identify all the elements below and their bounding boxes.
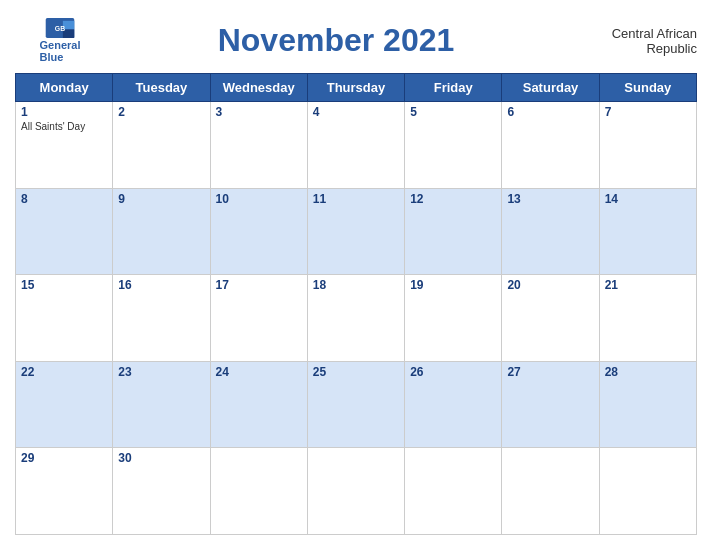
calendar-cell: 30: [113, 448, 210, 535]
calendar-cell: 19: [405, 275, 502, 362]
day-number: 4: [313, 105, 399, 119]
calendar-cell: 9: [113, 188, 210, 275]
calendar-cell: 1All Saints' Day: [16, 102, 113, 189]
country-label: Central African Republic: [567, 26, 697, 56]
calendar-cell: 26: [405, 361, 502, 448]
calendar-cell: [502, 448, 599, 535]
day-header-sunday: Sunday: [599, 74, 696, 102]
calendar-cell: 27: [502, 361, 599, 448]
day-number: 17: [216, 278, 302, 292]
day-number: 11: [313, 192, 399, 206]
calendar-cell: 23: [113, 361, 210, 448]
day-number: 28: [605, 365, 691, 379]
week-row-3: 15161718192021: [16, 275, 697, 362]
day-number: 30: [118, 451, 204, 465]
calendar-cell: 17: [210, 275, 307, 362]
day-number: 3: [216, 105, 302, 119]
logo-text: GeneralBlue: [40, 39, 81, 63]
calendar-cell: [210, 448, 307, 535]
day-number: 29: [21, 451, 107, 465]
day-header-saturday: Saturday: [502, 74, 599, 102]
calendar-cell: 8: [16, 188, 113, 275]
calendar-cell: 16: [113, 275, 210, 362]
day-number: 22: [21, 365, 107, 379]
week-row-5: 2930: [16, 448, 697, 535]
calendar-cell: 15: [16, 275, 113, 362]
calendar-cell: 24: [210, 361, 307, 448]
logo-icon: GB: [45, 18, 75, 38]
week-row-2: 891011121314: [16, 188, 697, 275]
day-header-wednesday: Wednesday: [210, 74, 307, 102]
calendar-cell: 3: [210, 102, 307, 189]
day-number: 25: [313, 365, 399, 379]
calendar-cell: 11: [307, 188, 404, 275]
week-row-4: 22232425262728: [16, 361, 697, 448]
day-number: 19: [410, 278, 496, 292]
calendar-cell: 10: [210, 188, 307, 275]
day-number: 7: [605, 105, 691, 119]
week-row-1: 1All Saints' Day234567: [16, 102, 697, 189]
logo: GB GeneralBlue: [15, 18, 105, 63]
calendar-table: MondayTuesdayWednesdayThursdayFridaySatu…: [15, 73, 697, 535]
calendar-cell: 4: [307, 102, 404, 189]
calendar-cell: 28: [599, 361, 696, 448]
day-header-tuesday: Tuesday: [113, 74, 210, 102]
day-number: 24: [216, 365, 302, 379]
day-header-friday: Friday: [405, 74, 502, 102]
day-number: 9: [118, 192, 204, 206]
calendar-cell: 6: [502, 102, 599, 189]
calendar-cell: 5: [405, 102, 502, 189]
day-number: 16: [118, 278, 204, 292]
calendar-header: GB GeneralBlue November 2021 Central Afr…: [15, 10, 697, 73]
day-number: 2: [118, 105, 204, 119]
calendar-cell: [307, 448, 404, 535]
day-number: 15: [21, 278, 107, 292]
day-number: 5: [410, 105, 496, 119]
calendar-cell: 12: [405, 188, 502, 275]
calendar-cell: 18: [307, 275, 404, 362]
svg-text:GB: GB: [55, 25, 65, 32]
calendar-cell: 29: [16, 448, 113, 535]
day-number: 14: [605, 192, 691, 206]
day-number: 18: [313, 278, 399, 292]
day-header-monday: Monday: [16, 74, 113, 102]
calendar-cell: 25: [307, 361, 404, 448]
month-title: November 2021: [105, 22, 567, 59]
day-number: 10: [216, 192, 302, 206]
holiday-label: All Saints' Day: [21, 121, 107, 132]
day-number: 6: [507, 105, 593, 119]
day-number: 13: [507, 192, 593, 206]
calendar-body: 1All Saints' Day234567891011121314151617…: [16, 102, 697, 535]
calendar-cell: 22: [16, 361, 113, 448]
calendar-cell: 7: [599, 102, 696, 189]
calendar-cell: 14: [599, 188, 696, 275]
calendar-cell: 2: [113, 102, 210, 189]
day-number: 12: [410, 192, 496, 206]
day-number: 8: [21, 192, 107, 206]
days-header-row: MondayTuesdayWednesdayThursdayFridaySatu…: [16, 74, 697, 102]
day-number: 1: [21, 105, 107, 119]
calendar-cell: 21: [599, 275, 696, 362]
day-header-thursday: Thursday: [307, 74, 404, 102]
calendar-cell: [599, 448, 696, 535]
calendar-cell: 20: [502, 275, 599, 362]
day-number: 26: [410, 365, 496, 379]
calendar-cell: 13: [502, 188, 599, 275]
day-number: 23: [118, 365, 204, 379]
day-number: 20: [507, 278, 593, 292]
calendar-cell: [405, 448, 502, 535]
day-number: 21: [605, 278, 691, 292]
day-number: 27: [507, 365, 593, 379]
